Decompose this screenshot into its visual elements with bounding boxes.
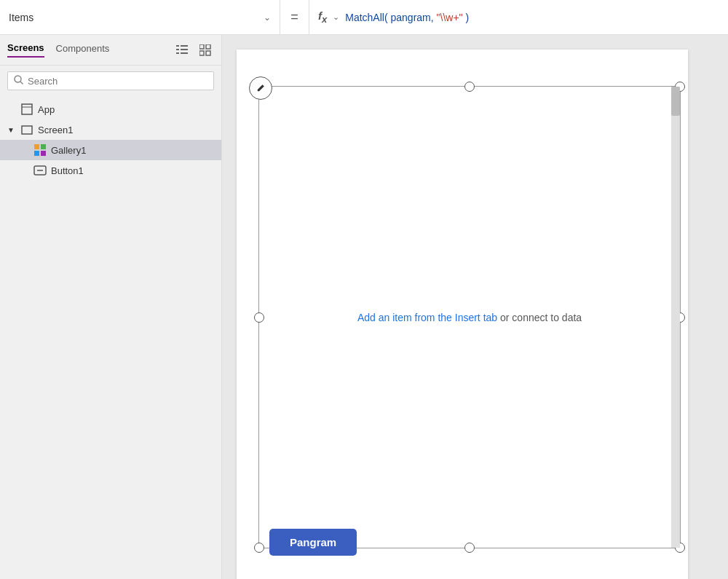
grid-view-icon[interactable] [197,42,214,59]
formula-display: MatchAll( pangram, "\\w+" ) [345,12,469,23]
tab-components[interactable]: Components [56,43,110,57]
formula-close-paren: ) [463,12,470,23]
property-dropdown[interactable]: Items ⌄ [0,0,280,34]
screen-icon [20,123,33,136]
search-container [0,66,221,96]
formula-function-name: MatchAll [345,12,384,23]
svg-rect-12 [22,104,32,114]
gallery-edit-handle[interactable] [249,76,272,100]
svg-rect-7 [206,44,210,49]
app-icon [20,103,33,116]
tab-bar: Screens Components [0,35,221,66]
tree-item-button1[interactable]: Button1 [0,160,221,181]
tree-item-screen1[interactable]: ▼ Screen1 [0,119,221,140]
gallery1-label: Gallery1 [51,145,86,156]
search-icon [14,75,23,87]
tree-item-app[interactable]: App [0,99,221,119]
button-icon [33,164,47,177]
fx-chevron: ⌄ [333,12,339,22]
svg-rect-16 [41,144,46,149]
list-view-icon[interactable] [173,42,191,59]
gallery-insert-text: Add an item from the Insert tab [357,312,497,323]
formula-arg1: pangram [390,12,430,23]
screen-canvas: Add an item from the Insert tab or conne… [237,50,688,579]
gallery-scrollbar-thumb [671,87,680,116]
search-box [7,71,214,90]
svg-rect-1 [181,45,188,47]
screen1-expand-arrow: ▼ [7,126,16,134]
equals-sign: = [280,0,309,34]
svg-rect-15 [34,144,39,149]
resize-handle-bottom-center[interactable] [464,543,475,553]
formula-separator: , [431,12,437,23]
property-label: Items [9,12,33,23]
gallery-component[interactable]: Add an item from the Insert tab or conne… [258,86,681,548]
gallery-scrollbar[interactable] [671,87,680,548]
gallery-empty-message: Add an item from the Insert tab or conne… [357,312,582,323]
resize-handle-middle-left[interactable] [254,312,264,323]
screen1-label: Screen1 [38,125,73,135]
gallery-connect-text: or connect to data [497,312,582,323]
tree-container: App ▼ Screen1 [0,96,221,579]
fx-label: fx [318,9,327,25]
app-label: App [38,104,55,115]
svg-rect-4 [176,52,179,54]
resize-handle-top-center[interactable] [464,82,475,92]
main-content: Screens Components [0,35,728,579]
svg-point-10 [15,76,21,82]
pangram-button[interactable]: Pangram [269,529,357,556]
formula-bar: fx ⌄ MatchAll( pangram, "\\w+" ) [309,9,728,25]
svg-rect-5 [181,52,188,54]
svg-rect-14 [22,126,32,134]
tree-item-gallery1[interactable]: Gallery1 [0,140,221,160]
formula-arg2: "\\w+" [437,12,463,23]
svg-rect-9 [206,51,210,55]
left-panel: Screens Components [0,35,222,579]
svg-rect-18 [41,151,46,156]
resize-handle-bottom-left[interactable] [254,543,264,553]
svg-rect-3 [181,49,188,50]
tab-screens[interactable]: Screens [7,42,44,58]
property-dropdown-chevron: ⌄ [264,12,271,23]
canvas-area: Add an item from the Insert tab or conne… [222,35,728,579]
svg-rect-2 [176,49,179,50]
svg-line-11 [20,82,23,84]
svg-rect-0 [176,45,179,47]
svg-rect-17 [34,151,39,156]
tab-icons [173,42,214,59]
svg-rect-6 [199,44,204,49]
search-input[interactable] [28,76,207,87]
gallery-icon [33,143,47,157]
button1-label: Button1 [51,165,84,176]
top-bar: Items ⌄ = fx ⌄ MatchAll( pangram, "\\w+"… [0,0,728,35]
svg-rect-8 [199,51,204,55]
